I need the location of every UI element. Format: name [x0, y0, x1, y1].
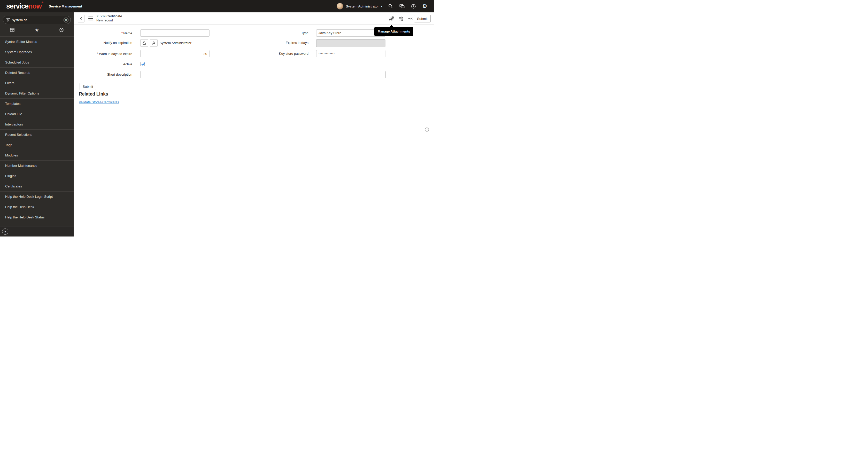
- applications-box-icon: [10, 28, 15, 32]
- sidebar-item[interactable]: Upload File: [0, 109, 74, 119]
- sidebar-item[interactable]: Certificates: [0, 181, 74, 191]
- key-store-password-label: Key store password: [244, 50, 308, 57]
- personalize-form-button[interactable]: [398, 16, 404, 22]
- logo-now-text: now: [28, 2, 41, 10]
- clock-icon: [59, 28, 64, 32]
- avatar: [337, 3, 343, 9]
- hamburger-menu-icon: [88, 16, 93, 21]
- tab-favorites[interactable]: ★: [25, 24, 49, 36]
- application-navigator: × ★ Syntax Editor MacrosSystem UpgradesS…: [0, 12, 74, 236]
- chevron-down-icon: ▾: [381, 5, 382, 8]
- sidebar-item[interactable]: Plugins: [0, 171, 74, 181]
- product-label: Service Management: [49, 4, 82, 8]
- back-chevron-icon: [79, 16, 83, 21]
- sidebar-item[interactable]: Syntax Editor Macros: [0, 36, 74, 47]
- active-label: Active: [74, 62, 132, 66]
- filter-input[interactable]: [12, 18, 64, 22]
- warn-in-days-input[interactable]: [140, 50, 210, 57]
- logo-service-text: service: [6, 2, 28, 10]
- type-selected-value: Java Key Store: [318, 31, 341, 35]
- sidebar-item[interactable]: Templates: [0, 98, 74, 109]
- logo-registered-mark: ®: [41, 1, 43, 4]
- expires-in-days-input: [316, 39, 385, 47]
- help-button[interactable]: ?: [410, 3, 416, 9]
- record-header-actions: Submit: [74, 12, 434, 25]
- related-links-title: Related Links: [79, 91, 108, 97]
- record-title-block: X.509 Certificate New record: [96, 14, 122, 23]
- navigator-tabs: ★: [0, 24, 74, 36]
- expires-in-days-label: Expires in days: [244, 39, 308, 46]
- response-time-button[interactable]: [425, 127, 429, 133]
- gear-icon: ⚙: [423, 3, 427, 9]
- active-checkbox[interactable]: [140, 62, 145, 66]
- user-name: System Administrator: [346, 4, 379, 8]
- sidebar-item[interactable]: Tags: [0, 140, 74, 150]
- search-icon: [388, 4, 393, 9]
- warn-in-days-label: *Warn in days to expire: [74, 50, 132, 58]
- main-content: X.509 Certificate New record: [74, 12, 434, 236]
- collapse-arrow-icon: ◀: [4, 230, 6, 233]
- name-input[interactable]: [140, 29, 210, 37]
- sidebar-item[interactable]: Help the Help Desk Status: [0, 212, 74, 222]
- manage-attachments-button[interactable]: [389, 16, 395, 22]
- user-menu[interactable]: System Administrator ▾: [337, 3, 382, 9]
- connect-chat-button[interactable]: [399, 3, 405, 9]
- key-store-password-input[interactable]: [316, 50, 385, 57]
- submit-button-header[interactable]: Submit: [414, 15, 431, 23]
- sidebar-item[interactable]: Interceptors: [0, 119, 74, 129]
- submit-button-form[interactable]: Submit: [80, 83, 96, 90]
- sidebar-item[interactable]: System Upgrades: [0, 47, 74, 57]
- connect-screens-icon: [399, 3, 405, 9]
- sidebar-item[interactable]: Help the Help Desk Login Script: [0, 191, 74, 202]
- collapse-navigator-button[interactable]: ◀: [2, 229, 8, 235]
- help-icon: ?: [411, 4, 416, 9]
- lock-icon: [142, 41, 146, 45]
- paperclip-icon: [389, 16, 395, 22]
- more-options-icon: [408, 17, 413, 21]
- lookup-user-button[interactable]: [150, 39, 158, 47]
- short-description-input[interactable]: [140, 71, 386, 78]
- sidebar-item[interactable]: Help the Help Desk: [0, 202, 74, 212]
- context-menu-button[interactable]: [88, 16, 93, 21]
- sidebar-menu: Syntax Editor MacrosSystem UpgradesSched…: [0, 36, 74, 222]
- clear-filter-button[interactable]: ×: [64, 18, 68, 23]
- validate-stores-certificates-link[interactable]: Validate Stores/Certificates: [79, 100, 119, 104]
- sidebar-item[interactable]: Modules: [0, 150, 74, 160]
- filter-funnel-icon: [6, 18, 10, 22]
- type-label: Type: [244, 29, 308, 37]
- svg-text:?: ?: [412, 5, 414, 8]
- required-marker: *: [121, 31, 123, 35]
- name-label: *Name: [74, 29, 132, 37]
- settings-button[interactable]: ⚙: [422, 3, 428, 9]
- required-marker-filled: *: [97, 52, 98, 56]
- global-search-button[interactable]: [388, 3, 394, 9]
- person-icon: [152, 41, 156, 45]
- page-subtitle: New record: [96, 19, 122, 23]
- tab-history[interactable]: [49, 24, 74, 36]
- more-options-button[interactable]: [408, 16, 413, 22]
- clear-icon: ×: [65, 18, 67, 22]
- checkmark-icon: [141, 62, 146, 66]
- sidebar-item[interactable]: Deleted Records: [0, 67, 74, 78]
- page-title: X.509 Certificate: [96, 14, 122, 19]
- sidebar-footer: ◀: [0, 226, 74, 236]
- sidebar-item[interactable]: Recent Selections: [0, 129, 74, 140]
- record-header: X.509 Certificate New record: [74, 12, 434, 25]
- sidebar-item[interactable]: Dynamic Filter Options: [0, 88, 74, 98]
- sliders-icon: [398, 16, 404, 22]
- unlock-field-button[interactable]: [140, 39, 148, 47]
- record-form: *Name Type Java Key Store ▾ Notify on ex…: [74, 25, 434, 236]
- short-description-label: Short description: [74, 71, 132, 78]
- app-window: servicenow® Service Management System Ad…: [0, 0, 434, 236]
- tab-all-applications[interactable]: [0, 24, 25, 36]
- servicenow-logo[interactable]: servicenow®: [6, 0, 43, 12]
- header-right-controls: System Administrator ▾ ?: [337, 3, 428, 9]
- sidebar-item[interactable]: Number Maintenance: [0, 160, 74, 171]
- sidebar-item[interactable]: Filters: [0, 78, 74, 88]
- sidebar-item[interactable]: Scheduled Jobs: [0, 57, 74, 67]
- notify-on-expiration-value: System Administrator: [160, 39, 191, 47]
- back-button[interactable]: [78, 15, 85, 23]
- navigator-filter: ×: [3, 16, 71, 24]
- top-header: servicenow® Service Management System Ad…: [0, 0, 434, 12]
- notify-on-expiration-label: Notify on expiration: [74, 39, 132, 46]
